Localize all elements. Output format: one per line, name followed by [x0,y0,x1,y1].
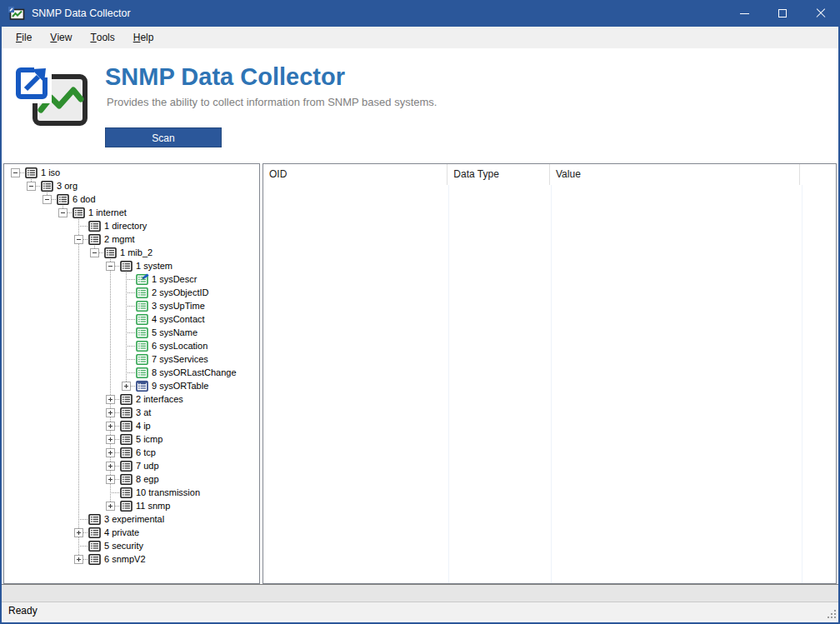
tree-item-label[interactable]: 4 sysContact [152,312,205,326]
tree-item-11-snmp[interactable]: 11 snmp [4,499,259,512]
column-divider [448,185,449,583]
expand-plus-toggle[interactable] [106,462,115,471]
results-list-panel: OIDData TypeValue [262,163,837,584]
table-black-icon [88,220,102,232]
tree-item-6-tcp[interactable]: 6 tcp [4,446,259,459]
expand-plus-toggle[interactable] [106,502,115,511]
tree-item-6-snmpv2[interactable]: 6 snmpV2 [4,552,259,566]
tree-item-label[interactable]: 8 sysORLastChange [152,366,237,379]
expand-plus-toggle[interactable] [122,382,131,391]
menu-tools[interactable]: Tools [81,27,123,48]
tree-item-label[interactable]: 3 at [136,406,151,419]
tree-item-label[interactable]: 6 tcp [136,446,156,459]
expand-plus-toggle[interactable] [106,395,115,404]
menu-file[interactable]: File [7,27,41,48]
table-green-pen-icon [136,273,149,285]
tree-item-label[interactable]: 5 sysName [152,326,198,339]
column-header-data-type[interactable]: Data Type [448,164,550,185]
tree-item-label[interactable]: 6 dod [72,192,96,206]
tree-item-3-sysuptime[interactable]: 3 sysUpTime [4,299,259,312]
expand-plus-toggle[interactable] [74,528,83,537]
collapse-minus-toggle[interactable] [11,168,20,177]
collapse-minus-toggle[interactable] [74,235,83,244]
expand-plus-toggle[interactable] [106,408,115,417]
tree-item-1-internet[interactable]: 1 internet [4,206,259,219]
collapse-minus-toggle[interactable] [106,262,115,271]
tree-item-2-mgmt[interactable]: 2 mgmt [4,232,259,246]
tree-item-label[interactable]: 10 transmission [136,486,200,499]
tree-item-label[interactable]: 7 sysServices [152,352,208,366]
tree-item-label[interactable]: 8 egp [136,472,159,486]
tree-item-5-security[interactable]: 5 security [4,539,259,552]
tree-item-1-system[interactable]: 1 system [4,259,259,272]
tree-item-1-directory[interactable]: 1 directory [4,219,259,232]
collapse-minus-toggle[interactable] [58,208,68,217]
tree-item-label[interactable]: 2 sysObjectID [152,286,208,299]
tree-item-label[interactable]: 1 system [136,259,172,272]
tree-item-label[interactable]: 9 sysORTable [152,379,208,392]
tree-item-label[interactable]: 1 internet [88,206,127,219]
tree-item-label[interactable]: 4 ip [136,419,151,432]
tree-item-3-org[interactable]: 3 org [4,179,259,192]
table-black-icon [104,247,118,258]
tree-item-label[interactable]: 1 directory [104,219,147,232]
tree-item-label[interactable]: 3 org [57,179,78,192]
expand-plus-toggle[interactable] [106,448,115,457]
tree-item-9-sysortable[interactable]: 9 sysORTable [4,379,259,392]
tree-item-4-ip[interactable]: 4 ip [4,419,259,432]
tree-item-3-experimental[interactable]: 3 experimental [4,512,259,526]
tree-item-2-interfaces[interactable]: 2 interfaces [4,392,259,406]
minimize-button[interactable] [725,0,763,27]
tree-item-label[interactable]: 6 sysLocation [152,339,208,352]
tree-item-6-dod[interactable]: 6 dod [4,192,259,206]
tree-item-7-udp[interactable]: 7 udp [4,459,259,472]
close-button[interactable] [802,0,840,27]
collapse-minus-toggle[interactable] [90,248,99,257]
tree-item-label[interactable]: 6 snmpV2 [104,552,146,566]
tree-item-7-sysservices[interactable]: 7 sysServices [4,352,259,366]
tree-connector [110,352,111,366]
tree-item-label[interactable]: 1 mib_2 [120,246,152,259]
tree-item-label[interactable]: 2 interfaces [136,392,183,406]
column-header-value[interactable]: Value [550,164,800,185]
tree-item-1-iso[interactable]: 1 iso [4,166,259,179]
tree-item-label[interactable]: 5 security [104,539,143,552]
collapse-minus-toggle[interactable] [27,182,36,191]
tree-item-label[interactable]: 7 udp [136,459,159,472]
tree-item-8-sysorlastchange[interactable]: 8 sysORLastChange [4,366,259,379]
tree-item-4-syscontact[interactable]: 4 sysContact [4,312,259,326]
tree-item-6-syslocation[interactable]: 6 sysLocation [4,339,259,352]
scan-button[interactable]: Scan [105,127,222,147]
tree-item-label[interactable]: 3 sysUpTime [152,299,205,312]
tree-item-label[interactable]: 2 mgmt [104,232,135,246]
tree-item-1-mib-2[interactable]: 1 mib_2 [4,246,259,259]
tree-item-4-private[interactable]: 4 private [4,526,259,539]
titlebar: SNMP Data Collector [0,0,840,27]
maximize-button[interactable] [763,0,802,27]
resize-grip-icon[interactable] [826,608,838,620]
tree-item-label[interactable]: 1 iso [41,166,60,179]
tree-item-10-transmission[interactable]: 10 transmission [4,486,259,499]
tree-item-5-icmp[interactable]: 5 icmp [4,432,259,446]
table-black-icon [120,473,133,485]
menu-view[interactable]: View [41,27,81,48]
menu-help[interactable]: Help [124,27,163,48]
tree-item-label[interactable]: 5 icmp [136,432,162,446]
expand-plus-toggle[interactable] [106,422,115,431]
tree-item-8-egp[interactable]: 8 egp [4,472,259,486]
tree-item-label[interactable]: 3 experimental [104,512,164,526]
tree-connector [78,226,88,227]
tree-item-3-at[interactable]: 3 at [4,406,259,419]
column-header-oid[interactable]: OID [263,164,448,185]
tree-item-label[interactable]: 11 snmp [136,499,170,512]
mib-tree-panel[interactable]: 1 iso3 org6 dod1 internet1 directory2 mg… [3,163,260,584]
tree-item-2-sysobjectid[interactable]: 2 sysObjectID [4,286,259,299]
collapse-minus-toggle[interactable] [42,195,52,204]
tree-item-label[interactable]: 1 sysDescr [152,272,197,286]
tree-item-label[interactable]: 4 private [104,526,139,539]
expand-plus-toggle[interactable] [106,435,115,444]
expand-plus-toggle[interactable] [74,555,83,564]
tree-item-5-sysname[interactable]: 5 sysName [4,326,259,339]
expand-plus-toggle[interactable] [106,475,115,484]
tree-item-1-sysdescr[interactable]: 1 sysDescr [4,272,259,286]
